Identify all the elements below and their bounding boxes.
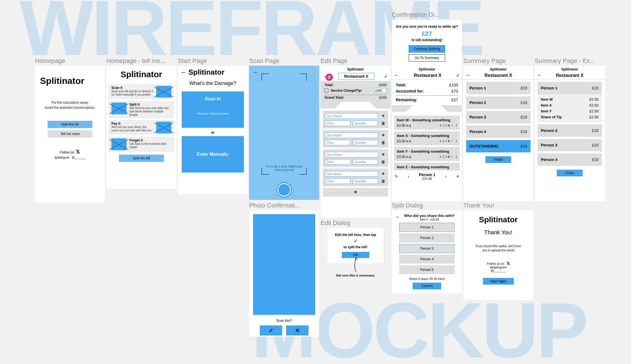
person-option[interactable]: Person 4 bbox=[399, 255, 455, 264]
grand-label: Grand Total: bbox=[324, 96, 344, 100]
summary-row[interactable]: Person 4£10 bbox=[466, 126, 530, 138]
app-title: Splitinator bbox=[463, 66, 533, 71]
brand-logo: Splitinator bbox=[106, 66, 176, 82]
handle-1[interactable]: @djdingram bbox=[463, 266, 533, 269]
line-item: Item Name+ PriceQuantity🗑 bbox=[323, 169, 388, 186]
summary-row[interactable]: Person 2£10 bbox=[466, 96, 530, 109]
back-icon[interactable]: ← bbox=[395, 214, 400, 220]
qty-minus[interactable]: − bbox=[451, 123, 453, 127]
line-item: Item Name+ PriceQuantity🗑 bbox=[323, 149, 388, 167]
back-icon[interactable]: ← bbox=[466, 72, 471, 78]
add-item-icon[interactable]: + bbox=[380, 152, 386, 157]
summary-row[interactable]: Person 3£10 bbox=[537, 139, 602, 151]
trash-icon[interactable]: 🗑 bbox=[380, 160, 386, 164]
app-title: Splitinator bbox=[535, 66, 605, 71]
item-name-input[interactable]: Item Name bbox=[325, 113, 378, 119]
continue-splitting-button[interactable]: Continue Splitting bbox=[409, 45, 445, 53]
tip-input[interactable]: £000 bbox=[374, 88, 387, 93]
person-amount: £10 bbox=[592, 143, 599, 147]
add-row-button[interactable]: + bbox=[323, 188, 388, 197]
summary-row[interactable]: Person 1£10 bbox=[466, 82, 530, 94]
x-icon[interactable]: 𝕏 bbox=[507, 261, 510, 266]
summary-row[interactable]: Person 2£10 bbox=[537, 124, 602, 137]
person-option[interactable]: Person 1 bbox=[399, 223, 455, 232]
confirm-button[interactable]: Confirm bbox=[413, 283, 441, 289]
trash-icon[interactable]: 🗑 bbox=[380, 179, 386, 183]
split-item[interactable]: Item Z - Something something £3.50 e.a +… bbox=[394, 163, 460, 170]
trash-icon[interactable]: 🗑 bbox=[380, 140, 386, 145]
item-name-input[interactable]: Item Name bbox=[325, 171, 378, 177]
qty-plus[interactable]: + bbox=[440, 123, 442, 127]
qty-minus[interactable]: − bbox=[451, 139, 453, 143]
add-item-icon[interactable]: + bbox=[380, 132, 386, 138]
split-item[interactable]: Item Y - Something something £3.50 e.a +… bbox=[394, 147, 460, 161]
manual-label: Enter Manually bbox=[197, 152, 229, 157]
back-icon[interactable]: ← bbox=[253, 69, 259, 75]
edit-icon[interactable]: ✎ bbox=[395, 174, 398, 179]
confirm-icon[interactable]: ✓ bbox=[384, 74, 388, 79]
price-input[interactable]: Price bbox=[325, 178, 350, 184]
go-summary-button[interactable]: Go To Summary bbox=[409, 54, 445, 62]
back-icon[interactable]: ← bbox=[537, 72, 542, 78]
app-title: Splitinator bbox=[392, 66, 462, 71]
venue-input[interactable]: Restaurant X bbox=[338, 73, 374, 80]
finish-button[interactable]: Finish bbox=[485, 156, 511, 163]
handle-2[interactable]: @_______ bbox=[72, 156, 86, 159]
add-item-icon[interactable]: + bbox=[380, 113, 386, 119]
person-option[interactable]: Person 3 bbox=[399, 244, 455, 253]
person-option[interactable]: Person 5 bbox=[399, 265, 455, 274]
split-item[interactable]: Item W - Something something £3.50 e.a +… bbox=[394, 116, 460, 130]
split-totals: Total:£100 Accounted for:£73 Remaining:£… bbox=[392, 80, 462, 105]
handle-2[interactable]: @_______ bbox=[463, 269, 533, 272]
brand-logo: Splitinator bbox=[463, 210, 533, 226]
qty-plus[interactable]: + bbox=[440, 155, 442, 159]
enter-manually-button[interactable]: Enter Manually bbox=[182, 136, 244, 172]
split-bill-button[interactable]: Split the bill bbox=[119, 155, 164, 162]
finish-button[interactable]: Finish bbox=[557, 170, 583, 176]
summary-row[interactable]: Person 4£10 bbox=[537, 153, 602, 166]
line-name: Share of Tip bbox=[541, 115, 562, 119]
confirm-icon[interactable]: ✓ bbox=[456, 73, 460, 78]
tell-me-more-button[interactable]: Tell me more bbox=[48, 130, 92, 138]
item-name: Item X - Something something bbox=[397, 134, 457, 138]
item-name-input[interactable]: Item Name bbox=[325, 133, 378, 138]
item-name: Item Y - Something something bbox=[397, 149, 457, 153]
person-option[interactable]: Person 2 bbox=[399, 233, 455, 242]
qty-input[interactable]: Quantity bbox=[353, 159, 378, 165]
trash-icon[interactable]: 🗑 bbox=[380, 121, 386, 126]
start-again-button[interactable]: Start Again bbox=[483, 278, 514, 285]
item-qty: + 2 / 4 − / bbox=[440, 155, 457, 159]
item-name-input[interactable]: Item Name bbox=[325, 152, 378, 157]
back-icon[interactable]: ← bbox=[394, 72, 399, 78]
qty-input[interactable]: Quantity bbox=[353, 120, 378, 126]
split-bill-button[interactable]: Split the bill bbox=[48, 121, 92, 128]
confirm-question: Scan this? bbox=[249, 319, 319, 323]
split-item[interactable]: Item X - Something something £3.50 e.a +… bbox=[394, 131, 460, 145]
add-item-icon[interactable]: + bbox=[380, 171, 386, 177]
price-input[interactable]: Price bbox=[325, 159, 350, 165]
outstanding-label: OUTSTANDING: bbox=[469, 144, 499, 148]
qty-input[interactable]: Quantity bbox=[353, 178, 378, 184]
confirm-no-button[interactable]: ✕ bbox=[286, 325, 309, 335]
tip-checkbox[interactable] bbox=[324, 89, 328, 93]
summary-row[interactable]: Person 1£10 bbox=[537, 82, 602, 94]
frame-summary-ex: Splitinator ← Restaurant X Person 1£10 I… bbox=[535, 66, 605, 201]
scan-in-button[interactable]: Scan In Requires Camera Access bbox=[182, 91, 244, 128]
price-input[interactable]: Price bbox=[325, 120, 350, 126]
back-icon[interactable]: ← bbox=[181, 69, 187, 76]
prev-person-icon[interactable]: ‹ bbox=[406, 174, 411, 179]
confirm-yes-button[interactable]: ✓ bbox=[260, 325, 282, 335]
handle-1[interactable]: @djdingram bbox=[54, 156, 69, 159]
qty-minus[interactable]: − bbox=[451, 155, 453, 159]
qty-plus[interactable]: + bbox=[440, 139, 442, 143]
next-person-icon[interactable]: › bbox=[443, 174, 448, 179]
shutter-button[interactable] bbox=[277, 183, 291, 197]
summary-row[interactable]: Person 3£10 bbox=[466, 111, 530, 123]
x-icon[interactable]: 𝕏 bbox=[76, 149, 80, 155]
person-name: Person 4 bbox=[469, 129, 486, 134]
qty-input[interactable]: Quantity bbox=[353, 140, 378, 145]
tip-label: Service Charge/Tip: bbox=[331, 89, 362, 93]
item-ea: £3.50 e.a bbox=[397, 139, 411, 143]
price-input[interactable]: Price bbox=[325, 140, 350, 145]
add-person-icon[interactable]: + bbox=[456, 174, 459, 179]
